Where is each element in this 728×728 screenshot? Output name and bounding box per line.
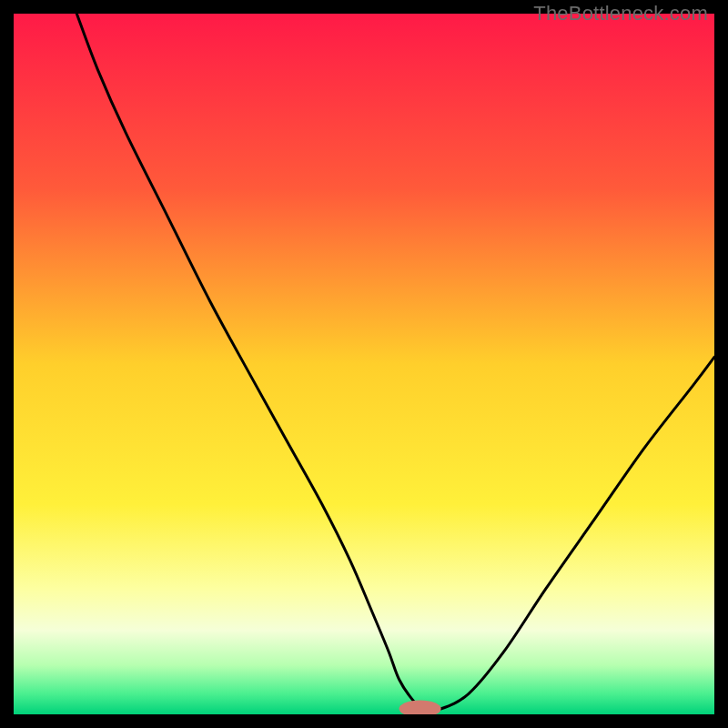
chart-frame [14, 14, 714, 714]
watermark-text: TheBottleneck.com [533, 2, 708, 25]
bottleneck-plot [14, 14, 714, 714]
